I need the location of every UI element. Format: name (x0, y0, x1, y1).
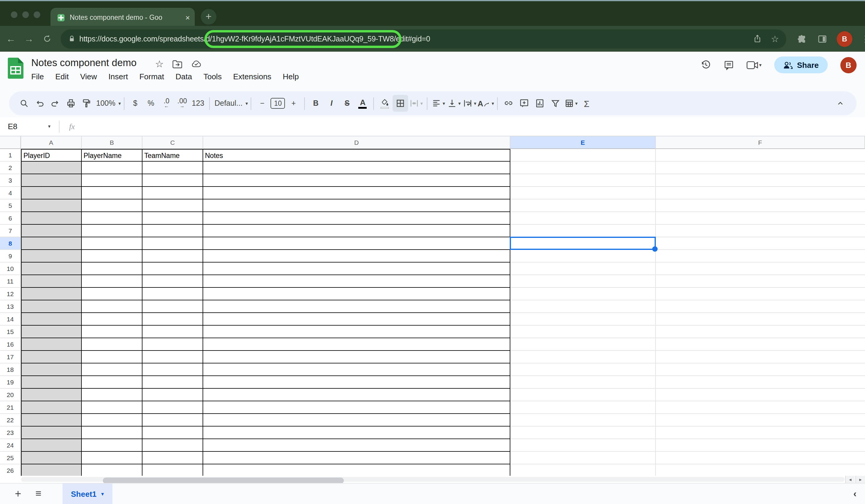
row-header-15[interactable]: 15 (0, 326, 21, 338)
add-sheet-button[interactable]: + (8, 488, 28, 500)
cell-E14[interactable] (510, 313, 656, 326)
move-folder-icon[interactable] (173, 60, 182, 68)
cell-B2[interactable] (82, 162, 142, 174)
row-header-24[interactable]: 24 (0, 439, 21, 452)
scrollbar-track[interactable] (21, 477, 844, 482)
cell-C24[interactable] (142, 439, 203, 452)
bold-button[interactable]: B (308, 95, 324, 112)
cell-B12[interactable] (82, 288, 142, 300)
extensions-puzzle-icon[interactable] (797, 34, 807, 44)
menu-extensions[interactable]: Extensions (233, 72, 272, 81)
cell-E4[interactable] (510, 187, 656, 199)
cell-F18[interactable] (656, 363, 865, 376)
cell-C23[interactable] (142, 426, 203, 439)
window-minimize-button[interactable] (22, 11, 29, 18)
menu-tools[interactable]: Tools (204, 72, 222, 81)
scrollbar-thumb[interactable] (103, 478, 344, 483)
cell-A13[interactable] (21, 300, 82, 313)
cell-B24[interactable] (82, 439, 142, 452)
cell-B22[interactable] (82, 414, 142, 426)
cell-F10[interactable] (656, 262, 865, 275)
cell-A16[interactable] (21, 338, 82, 351)
cell-C8[interactable] (142, 237, 203, 250)
row-header-7[interactable]: 7 (0, 225, 21, 237)
cell-A24[interactable] (21, 439, 82, 452)
cell-B23[interactable] (82, 426, 142, 439)
cell-F22[interactable] (656, 414, 865, 426)
cell-C9[interactable] (142, 250, 203, 262)
cell-D18[interactable] (203, 363, 510, 376)
meet-dropdown-icon[interactable]: ▾ (759, 62, 762, 68)
cell-C3[interactable] (142, 174, 203, 187)
cell-F21[interactable] (656, 401, 865, 414)
cell-A20[interactable] (21, 389, 82, 401)
menus-search-icon[interactable] (16, 95, 32, 112)
row-header-25[interactable]: 25 (0, 452, 21, 464)
cell-A2[interactable] (21, 162, 82, 174)
cell-F23[interactable] (656, 426, 865, 439)
menu-file[interactable]: File (31, 72, 44, 81)
cell-B9[interactable] (82, 250, 142, 262)
cell-D2[interactable] (203, 162, 510, 174)
row-header-13[interactable]: 13 (0, 300, 21, 313)
insert-link-icon[interactable] (501, 95, 516, 112)
cell-C25[interactable] (142, 452, 203, 464)
star-document-icon[interactable]: ☆ (155, 58, 164, 70)
column-header-C[interactable]: C (142, 136, 203, 149)
cell-F3[interactable] (656, 174, 865, 187)
text-color-icon[interactable]: A (355, 95, 371, 112)
cell-D11[interactable] (203, 275, 510, 288)
cell-D4[interactable] (203, 187, 510, 199)
cell-E1[interactable] (510, 149, 656, 162)
menu-format[interactable]: Format (139, 72, 164, 81)
strikethrough-button[interactable]: S (339, 95, 355, 112)
cell-D19[interactable] (203, 376, 510, 389)
cell-D15[interactable] (203, 326, 510, 338)
menu-edit[interactable]: Edit (55, 72, 69, 81)
row-header-16[interactable]: 16 (0, 338, 21, 351)
window-zoom-button[interactable] (34, 11, 40, 18)
comment-history-icon[interactable] (724, 60, 734, 70)
cell-A8[interactable] (21, 237, 82, 250)
cell-C2[interactable] (142, 162, 203, 174)
row-header-4[interactable]: 4 (0, 187, 21, 199)
insert-chart-icon[interactable] (532, 95, 547, 112)
browser-tab[interactable]: Notes component demo - Goo × (50, 8, 195, 27)
cell-F19[interactable] (656, 376, 865, 389)
cell-B10[interactable] (82, 262, 142, 275)
cell-E2[interactable] (510, 162, 656, 174)
cell-A15[interactable] (21, 326, 82, 338)
cloud-check-icon[interactable] (192, 60, 202, 68)
row-header-1[interactable]: 1 (0, 149, 21, 162)
cell-E16[interactable] (510, 338, 656, 351)
cell-C19[interactable] (142, 376, 203, 389)
browser-menu-kebab-icon[interactable]: ⋮ (861, 33, 865, 44)
cell-C14[interactable] (142, 313, 203, 326)
cell-F24[interactable] (656, 439, 865, 452)
version-history-icon[interactable] (700, 59, 711, 70)
cell-E5[interactable] (510, 199, 656, 212)
cell-D10[interactable] (203, 262, 510, 275)
cell-D13[interactable] (203, 300, 510, 313)
undo-icon[interactable] (32, 95, 47, 112)
all-sheets-icon[interactable]: ≡ (28, 488, 49, 500)
row-header-26[interactable]: 26 (0, 464, 21, 476)
fill-color-icon[interactable] (377, 95, 393, 112)
cell-B7[interactable] (82, 225, 142, 237)
cell-C6[interactable] (142, 212, 203, 225)
functions-button[interactable]: Σ (579, 95, 595, 112)
row-header-3[interactable]: 3 (0, 174, 21, 187)
row-header-6[interactable]: 6 (0, 212, 21, 225)
text-wrap-icon[interactable]: ▾ (462, 95, 477, 112)
cell-C21[interactable] (142, 401, 203, 414)
row-header-22[interactable]: 22 (0, 414, 21, 426)
format-percent-button[interactable]: % (143, 95, 159, 112)
cell-A25[interactable] (21, 452, 82, 464)
cell-A17[interactable] (21, 351, 82, 363)
cell-E11[interactable] (510, 275, 656, 288)
cell-D23[interactable] (203, 426, 510, 439)
cell-B14[interactable] (82, 313, 142, 326)
row-header-9[interactable]: 9 (0, 250, 21, 262)
cell-E6[interactable] (510, 212, 656, 225)
bookmark-star-icon[interactable]: ☆ (771, 33, 779, 44)
